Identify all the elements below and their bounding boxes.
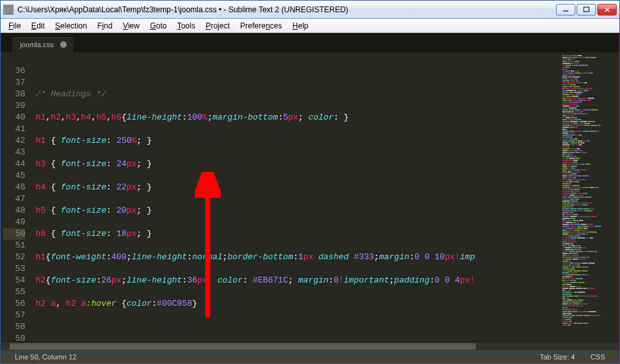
menu-edit[interactable]: Edit [26,20,50,32]
editor-area: joomla.css 36373839404142434445464748495… [1,33,619,363]
menu-tools[interactable]: Tools [172,20,201,32]
gutter: 3637383940414243444546474849505152535455… [1,52,33,341]
status-bar: Line 50, Column 12 Tab Size: 4 CSS [1,350,619,363]
maximize-button[interactable] [577,4,596,16]
menu-goto[interactable]: Goto [145,20,172,32]
window-title: C:\Users\Хряк\AppData\Local\Temp\fz3temp… [17,5,556,14]
menubar: File Edit Selection Find View Goto Tools… [1,19,619,33]
modified-dot-icon [60,41,67,48]
svg-rect-0 [584,7,589,12]
code-text: /* Headings */ [36,89,106,99]
status-tabsize[interactable]: Tab Size: 4 [532,353,582,361]
menu-file[interactable]: File [3,20,26,32]
menu-help[interactable]: Help [287,20,314,32]
menu-project[interactable]: Project [201,20,235,32]
code-editor[interactable]: 3637383940414243444546474849505152535455… [1,52,619,341]
horizontal-scrollbar[interactable] [1,341,619,350]
app-window: C:\Users\Хряк\AppData\Local\Temp\fz3temp… [0,0,620,364]
code-content[interactable]: /* Headings */ h1,h2,h3,h4,h5,h6{line-he… [33,52,561,341]
minimap[interactable] [561,52,619,341]
status-position: Line 50, Column 12 [7,353,84,361]
menu-find[interactable]: Find [92,20,117,32]
menu-selection[interactable]: Selection [50,20,92,32]
menu-preferences[interactable]: Preferences [235,20,287,32]
titlebar[interactable]: C:\Users\Хряк\AppData\Local\Temp\fz3temp… [1,1,619,19]
tab-joomla-css[interactable]: joomla.css [12,37,73,52]
status-lang[interactable]: CSS [582,353,613,361]
tab-label: joomla.css [20,41,54,48]
scrollbar-thumb[interactable] [10,343,476,350]
window-controls [556,4,617,16]
menu-view[interactable]: View [118,20,145,32]
app-icon [3,5,14,15]
minimize-button[interactable] [556,4,575,16]
close-button[interactable] [597,4,617,16]
tab-bar: joomla.css [1,33,619,52]
